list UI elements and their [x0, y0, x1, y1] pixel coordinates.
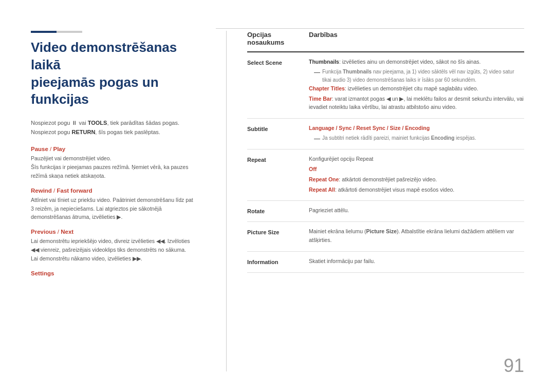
top-rule [216, 28, 524, 29]
option-cell-subtitle: Subtitle [247, 124, 309, 144]
option-cell-information: Information [247, 257, 309, 267]
feature-previous-next: Previous / Next Lai demonstrētu iepriekš… [31, 229, 195, 263]
action-chapter-titles: Chapter Titles: izvēlieties un demonstrē… [309, 84, 524, 93]
right-column: Opcijas nosaukums Darbības Select Scene … [226, 31, 524, 371]
feature-pause-play: Pause / Play Pauzējiet vai demonstrējiet… [31, 146, 195, 180]
page-number: 91 [504, 355, 524, 377]
intro-text: Nospiezot pogu ⏸ vai TOOLS, tiek parādīt… [31, 119, 195, 137]
col-action-header: Darbības [309, 31, 524, 46]
action-repeat-one: Repeat One: atkārtoti demonstrējiet pašr… [309, 175, 524, 184]
table-row-information: Information Skatiet informāciju par fail… [247, 252, 524, 273]
feature-desc-rewind: Attīniet vai tīniet uz priekšu video. Pa… [31, 196, 195, 221]
table-header: Opcijas nosaukums Darbības [247, 31, 524, 52]
action-picture-size-desc: Mainiet ekrāna lielumu (Picture Size). A… [309, 227, 524, 245]
feature-heading-settings: Settings [31, 270, 195, 276]
col-option-header: Opcijas nosaukums [247, 31, 309, 46]
action-subtitle-options: Language / Sync / Reset Sync / Size / En… [309, 124, 524, 133]
action-thumbnails: Thumbnails: izvēlieties ainu un demonstr… [309, 58, 524, 66]
action-repeat-off: Off [309, 165, 524, 174]
table-row-picture-size: Picture Size Mainiet ekrāna lielumu (Pic… [247, 222, 524, 252]
action-cell-rotate: Pagrieziet attēlu. [309, 206, 524, 216]
note-subtitle: — Ja subtitri netiek rādīti pareizi, mai… [314, 134, 524, 144]
option-cell-rotate: Rotate [247, 206, 309, 216]
table-row-repeat: Repeat Konfigurējiet opciju Repeat Off R… [247, 150, 524, 201]
feature-desc-previous-next: Lai demonstrētu iepriekšējo video, divre… [31, 237, 195, 263]
action-repeat-configure: Konfigurējiet opciju Repeat [309, 155, 524, 163]
note-thumbnails: — Funkcija Thumbnails nav pieejama, ja 1… [314, 68, 524, 84]
feature-heading-rewind: Rewind / Fast forward [31, 188, 195, 194]
action-time-bar: Time Bar: varat izmantot pogas ◀ un ▶, l… [309, 95, 524, 112]
table-row-subtitle: Subtitle Language / Sync / Reset Sync / … [247, 119, 524, 150]
page-title: Video demonstrēšanas laikā pieejamās pog… [31, 39, 195, 108]
table-row-rotate: Rotate Pagrieziet attēlu. [247, 201, 524, 222]
feature-heading-previous-next: Previous / Next [31, 229, 195, 235]
action-cell-subtitle: Language / Sync / Reset Sync / Size / En… [309, 124, 524, 144]
action-cell-select-scene: Thumbnails: izvēlieties ainu un demonstr… [309, 58, 524, 113]
feature-settings: Settings [31, 270, 195, 276]
action-cell-information: Skatiet informāciju par failu. [309, 257, 524, 267]
feature-heading-pause-play: Pause / Play [31, 146, 195, 152]
option-cell-select-scene: Select Scene [247, 58, 309, 113]
action-rotate-desc: Pagrieziet attēlu. [309, 206, 524, 215]
action-cell-repeat: Konfigurējiet opciju Repeat Off Repeat O… [309, 155, 524, 195]
option-cell-repeat: Repeat [247, 155, 309, 195]
page-container: Video demonstrēšanas laikā pieejamās pog… [0, 0, 555, 392]
feature-desc-pause-play: Pauzējiet vai demonstrējiet video. Šīs f… [31, 154, 195, 180]
option-cell-picture-size: Picture Size [247, 227, 309, 246]
table-row-select-scene: Select Scene Thumbnails: izvēlieties ain… [247, 52, 524, 119]
action-cell-picture-size: Mainiet ekrāna lielumu (Picture Size). A… [309, 227, 524, 246]
left-column: Video demonstrēšanas laikā pieejamās pog… [31, 31, 206, 371]
feature-rewind: Rewind / Fast forward Attīniet vai tīnie… [31, 188, 195, 221]
title-decoration [31, 31, 82, 33]
action-information-desc: Skatiet informāciju par failu. [309, 257, 524, 266]
feature-list: Pause / Play Pauzējiet vai demonstrējiet… [31, 146, 195, 276]
action-repeat-all: Repeat All: atkārtoti demonstrējiet visu… [309, 185, 524, 194]
